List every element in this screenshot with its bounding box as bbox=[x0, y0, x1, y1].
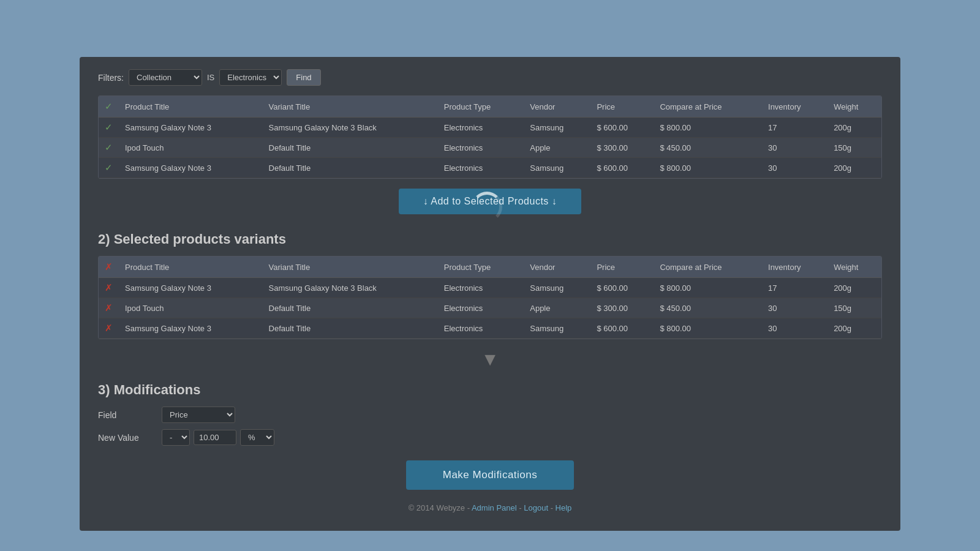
col2-compare-price: Compare at Price bbox=[654, 257, 762, 278]
row-vendor: Samsung bbox=[524, 158, 590, 178]
col-product-title: Product Title bbox=[119, 96, 263, 118]
row-inventory: 30 bbox=[762, 318, 827, 339]
unit-select[interactable]: % $ flat bbox=[240, 429, 274, 446]
make-modifications-container: Make Modifications bbox=[98, 460, 882, 490]
filters-label: Filters: bbox=[98, 73, 124, 83]
table-row: ✗ Samsung Galaxy Note 3 Samsung Galaxy N… bbox=[99, 278, 881, 298]
row-inventory: 30 bbox=[762, 138, 827, 158]
row-price: $ 300.00 bbox=[590, 138, 654, 158]
section3-title: 3) Modifications bbox=[98, 382, 882, 398]
row-compare-price: $ 450.00 bbox=[654, 298, 762, 318]
new-value-label: New Value bbox=[98, 433, 153, 443]
row-weight: 200g bbox=[827, 278, 881, 298]
operator-select[interactable]: - + = bbox=[162, 429, 190, 446]
row-inventory: 17 bbox=[762, 118, 827, 138]
row-variant-title: Default Title bbox=[263, 318, 438, 339]
row-check: ✓ bbox=[99, 118, 119, 138]
row-weight: 200g bbox=[827, 318, 881, 339]
filters-section: Filters: Collection Type Vendor Tag IS E… bbox=[98, 69, 882, 86]
col2-variant-title: Variant Title bbox=[263, 257, 438, 278]
find-button[interactable]: Find bbox=[287, 69, 320, 86]
collection-select[interactable]: Collection Type Vendor Tag bbox=[129, 69, 202, 86]
down-arrow-icon: ▼ bbox=[481, 349, 499, 369]
table-row: ✓ Ipod Touch Default Title Electronics A… bbox=[99, 138, 881, 158]
row-vendor: Apple bbox=[524, 298, 590, 318]
col-vendor: Vendor bbox=[524, 96, 590, 118]
row-compare-price: $ 450.00 bbox=[654, 138, 762, 158]
row-check[interactable]: ✗ bbox=[99, 278, 119, 298]
col-check: ✓ bbox=[99, 96, 119, 118]
row-compare-price: $ 800.00 bbox=[654, 278, 762, 298]
row-variant-title: Default Title bbox=[263, 158, 438, 178]
is-label: IS bbox=[207, 73, 214, 82]
col2-inventory: Inventory bbox=[762, 257, 827, 278]
row-check[interactable]: ✗ bbox=[99, 298, 119, 318]
section2-title: 2) Selected products variants bbox=[98, 231, 882, 247]
col-weight: Weight bbox=[827, 96, 881, 118]
field-label: Field bbox=[98, 410, 153, 420]
row-variant-title: Default Title bbox=[263, 298, 438, 318]
col-variant-title: Variant Title bbox=[263, 96, 438, 118]
row-price: $ 300.00 bbox=[590, 298, 654, 318]
row-weight: 150g bbox=[827, 138, 881, 158]
value-select[interactable]: Electronics Clothing Books bbox=[219, 69, 282, 86]
field-select[interactable]: Price Compare at Price Inventory Weight bbox=[162, 407, 235, 423]
section2-table: ✗ Product Title Variant Title Product Ty… bbox=[99, 257, 881, 339]
col2-product-type: Product Type bbox=[438, 257, 524, 278]
row-check[interactable]: ✗ bbox=[99, 318, 119, 339]
logout-link[interactable]: Logout bbox=[524, 503, 548, 512]
new-value-inputs: - + = % $ flat bbox=[162, 429, 274, 446]
footer: © 2014 Webyze - Admin Panel - Logout - H… bbox=[98, 503, 882, 512]
section2-header-row: ✗ Product Title Variant Title Product Ty… bbox=[99, 257, 881, 278]
new-value-row: New Value - + = % $ flat bbox=[98, 429, 882, 446]
table-row: ✗ Samsung Galaxy Note 3 Default Title El… bbox=[99, 318, 881, 339]
row-vendor: Samsung bbox=[524, 278, 590, 298]
section1-header-row: ✓ Product Title Variant Title Product Ty… bbox=[99, 96, 881, 118]
col-inventory: Inventory bbox=[762, 96, 827, 118]
row-product-type: Electronics bbox=[438, 318, 524, 339]
row-product-type: Electronics bbox=[438, 138, 524, 158]
row-product-type: Electronics bbox=[438, 118, 524, 138]
row-variant-title: Samsung Galaxy Note 3 Black bbox=[263, 278, 438, 298]
value-input[interactable] bbox=[194, 430, 236, 445]
row-product-title: Samsung Galaxy Note 3 bbox=[119, 158, 263, 178]
table-row: ✓ Samsung Galaxy Note 3 Samsung Galaxy N… bbox=[99, 118, 881, 138]
row-product-title: Samsung Galaxy Note 3 bbox=[119, 118, 263, 138]
col2-weight: Weight bbox=[827, 257, 881, 278]
row-product-title: Samsung Galaxy Note 3 bbox=[119, 318, 263, 339]
col-compare-price: Compare at Price bbox=[654, 96, 762, 118]
col2-product-title: Product Title bbox=[119, 257, 263, 278]
table-row: ✗ Ipod Touch Default Title Electronics A… bbox=[99, 298, 881, 318]
field-row: Field Price Compare at Price Inventory W… bbox=[98, 407, 882, 423]
add-button-container: ↓ Add to Selected Products ↓ bbox=[98, 189, 882, 214]
row-inventory: 30 bbox=[762, 158, 827, 178]
row-product-title: Samsung Galaxy Note 3 bbox=[119, 278, 263, 298]
add-to-selected-button[interactable]: ↓ Add to Selected Products ↓ bbox=[399, 189, 582, 214]
col2-vendor: Vendor bbox=[524, 257, 590, 278]
row-price: $ 600.00 bbox=[590, 158, 654, 178]
row-check: ✓ bbox=[99, 158, 119, 178]
row-inventory: 17 bbox=[762, 278, 827, 298]
row-weight: 200g bbox=[827, 118, 881, 138]
help-link[interactable]: Help bbox=[556, 503, 572, 512]
row-inventory: 30 bbox=[762, 298, 827, 318]
admin-panel-link[interactable]: Admin Panel bbox=[472, 503, 517, 512]
col-price: Price bbox=[590, 96, 654, 118]
col2-check: ✗ bbox=[99, 257, 119, 278]
make-modifications-button[interactable]: Make Modifications bbox=[406, 460, 575, 490]
section2: 2) Selected products variants ✗ Product … bbox=[98, 231, 882, 339]
row-product-type: Electronics bbox=[438, 158, 524, 178]
down-arrow-container: ▼ bbox=[98, 349, 882, 370]
row-weight: 150g bbox=[827, 298, 881, 318]
row-vendor: Apple bbox=[524, 138, 590, 158]
row-weight: 200g bbox=[827, 158, 881, 178]
section2-table-container: ✗ Product Title Variant Title Product Ty… bbox=[98, 256, 882, 339]
row-product-type: Electronics bbox=[438, 278, 524, 298]
row-vendor: Samsung bbox=[524, 118, 590, 138]
section1-table-container: ✓ Product Title Variant Title Product Ty… bbox=[98, 96, 882, 179]
section1-table: ✓ Product Title Variant Title Product Ty… bbox=[99, 96, 881, 178]
col2-price: Price bbox=[590, 257, 654, 278]
footer-sep2: - bbox=[551, 503, 556, 512]
row-price: $ 600.00 bbox=[590, 318, 654, 339]
row-variant-title: Samsung Galaxy Note 3 Black bbox=[263, 118, 438, 138]
